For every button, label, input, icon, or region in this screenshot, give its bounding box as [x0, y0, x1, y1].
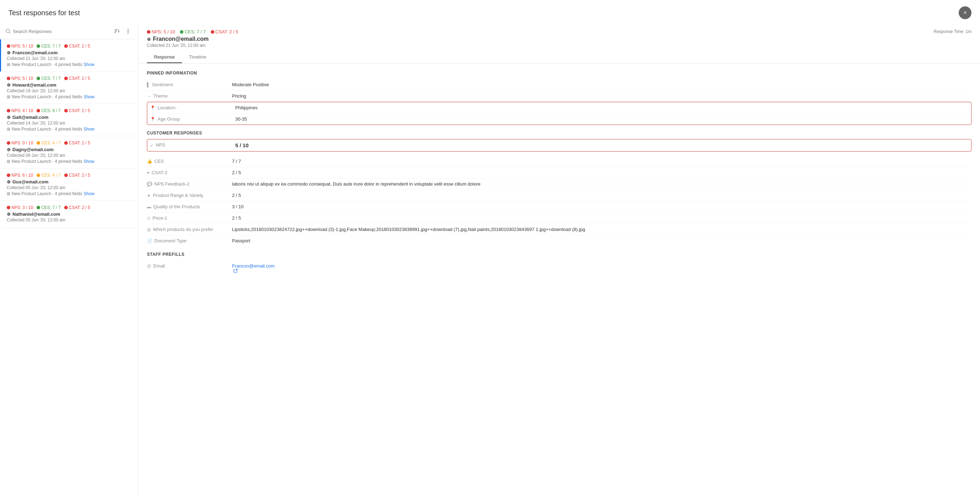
show-link[interactable]: Show [84, 159, 94, 164]
more-options-icon[interactable] [124, 28, 132, 35]
pin-icon: 📍 [150, 117, 156, 122]
table-icon: ⊞ [7, 62, 10, 67]
list-icon: ▤ [147, 227, 151, 232]
bar-icon: ▌ [147, 82, 150, 87]
globe-icon: ⊕ [7, 50, 11, 56]
nps-dot [7, 45, 10, 48]
scores-row: NPS: 4 / 10 CES: 6 / 7 CSAT: 2 / 5 [7, 108, 132, 113]
customer-field-price: ⊙ Price-1 2 / 5 [147, 213, 972, 224]
ces-dot [37, 76, 40, 80]
detail-csat-score: CSAT: 2 / 5 [211, 29, 239, 34]
staff-field-email: @ Email Francon@email.com [147, 261, 972, 277]
list-item[interactable]: NPS: 4 / 10 CES: 6 / 7 CSAT: 2 / 5 ⊕ [0, 104, 138, 136]
search-input[interactable] [13, 29, 110, 34]
respondent-email: ⊕ Galt@email.com [7, 114, 132, 120]
respondent-email: ⊕ Nathaniel@email.com [7, 211, 132, 217]
field-value: 7 / 7 [232, 159, 972, 164]
list-item[interactable]: NPS: 0 / 10 CES: 4 / 7 CSAT: 2 / 5 ⊕ [0, 136, 138, 169]
pinned-field-location: 📍 Location- Philippines [150, 102, 968, 113]
table-icon: ⊞ [7, 191, 10, 196]
respondent-email: ⊕ Dagny@email.com [7, 147, 132, 152]
show-link[interactable]: Show [84, 94, 94, 99]
detail-content: PINNED INFORMATION ▌ Sentiment Moderate … [138, 64, 980, 496]
svg-point-7 [128, 31, 129, 32]
field-label: 👍 CES [147, 159, 232, 164]
pinned-info: ⊞ New Product Launch · 4 pinned fields S… [7, 159, 132, 164]
pinned-field-sentiment: ▌ Sentiment Moderate Positive [147, 79, 972, 91]
show-link[interactable]: Show [84, 62, 94, 67]
list-item[interactable]: NPS: 5 / 10 CES: 7 / 7 CSAT: 2 / 5 ⊕ [0, 40, 138, 72]
staff-prefills-section: STAFF PREFILLS @ Email Francon@email.com [147, 252, 972, 277]
field-value: Philippines [235, 105, 968, 110]
detail-collected: Collected 21 Jun '20, 12:00 am [147, 43, 239, 48]
thumbs-icon: 👍 [147, 159, 152, 164]
field-value: 2 / 5 [232, 215, 972, 221]
pinned-field-age-group: 📍 Age Group 30-35 [150, 113, 968, 124]
field-value: Passport [232, 238, 972, 243]
field-label: @ Email [147, 263, 232, 269]
response-list: NPS: 5 / 10 CES: 7 / 7 CSAT: 2 / 5 ⊕ [0, 40, 138, 496]
csat-dot [64, 109, 68, 113]
detail-scores-row: NPS: 5 / 10 CES: 7 / 7 CSAT: 2 / 5 [147, 29, 239, 34]
field-label: ▌ Sentiment [147, 82, 232, 87]
field-label: 📄 Document Type [147, 238, 232, 243]
field-label: ↔ Theme [147, 93, 232, 99]
table-icon: ⊞ [7, 159, 10, 164]
show-link[interactable]: Show [84, 191, 94, 196]
field-value: 2 / 5 [232, 170, 972, 175]
csat-dot [64, 206, 68, 209]
scores-row: NPS: 6 / 10 CES: 4 / 7 CSAT: 2 / 5 [7, 173, 132, 178]
scores-row: NPS: 5 / 10 CES: 7 / 7 CSAT: 2 / 5 [7, 44, 132, 49]
globe-icon: ⊕ [147, 37, 151, 42]
bar-chart-icon: ▬ [147, 204, 151, 209]
nps-icon: ↙ [150, 143, 154, 148]
customer-field-nps: ↙ NPS 5 / 10 [150, 140, 968, 151]
list-item[interactable]: NPS: 3 / 10 CES: 7 / 7 CSAT: 2 / 5 ⊕ [0, 201, 138, 228]
respondent-email: ⊕ Howard@email.com [7, 82, 132, 87]
field-label: ▬ Quality of the Products [147, 204, 232, 209]
header: Test responses for test × [0, 0, 980, 24]
detail-header: NPS: 5 / 10 CES: 7 / 7 CSAT: 2 / 5 [138, 24, 980, 64]
nps-dot [7, 141, 10, 145]
ces-score: CES: 7 / 7 [37, 44, 60, 49]
ces-score: CES: 6 / 7 [37, 108, 60, 113]
nps-dot [7, 76, 10, 80]
field-label: 📍 Location- [150, 105, 235, 110]
nps-dot [7, 173, 10, 177]
search-bar-row [0, 24, 138, 40]
app-container: Test responses for test × [0, 0, 980, 496]
globe-icon: ⊕ [7, 114, 11, 120]
field-value: laboris nisi ut aliquip ex ea commodo co… [232, 181, 972, 187]
ces-score: CES: 7 / 7 [37, 76, 60, 81]
tab-response[interactable]: Response [147, 51, 182, 63]
close-button[interactable]: × [959, 6, 972, 19]
detail-email: ⊕ Francon@email.com [147, 36, 239, 42]
email-link[interactable]: Francon@email.com [232, 263, 972, 269]
field-label: ♥ CSAT-2 [147, 170, 232, 175]
field-value: Moderate Positive [232, 82, 972, 87]
nps-score: NPS: 4 / 10 [7, 108, 33, 113]
sort-icon[interactable] [113, 28, 121, 34]
globe-icon: ⊕ [7, 179, 11, 184]
comment-icon: 💬 [147, 182, 152, 187]
scores-row: NPS: 5 / 10 CES: 7 / 7 CSAT: 2 / 5 [7, 76, 132, 81]
show-link[interactable]: Show [84, 127, 94, 132]
pinned-info: ⊞ New Product Launch · 4 pinned fields S… [7, 127, 132, 132]
globe-icon: ⊕ [7, 82, 11, 87]
detail-header-top: NPS: 5 / 10 CES: 7 / 7 CSAT: 2 / 5 [147, 29, 972, 51]
collected-date: Collected 05 Jun '20, 12:00 am [7, 185, 132, 190]
customer-field-products-prefer: ▤ Which products do you prefer Lipsticks… [147, 224, 972, 235]
field-value: Pricing [232, 93, 972, 99]
list-item[interactable]: NPS: 6 / 10 CES: 4 / 7 CSAT: 2 / 5 ⊕ [0, 169, 138, 201]
tab-timeline[interactable]: Timeline [182, 51, 213, 63]
respondent-email: ⊕ Francon@email.com [7, 50, 132, 56]
detail-header-left: NPS: 5 / 10 CES: 7 / 7 CSAT: 2 / 5 [147, 29, 239, 51]
scores-row: NPS: 0 / 10 CES: 4 / 7 CSAT: 2 / 5 [7, 140, 132, 145]
collected-date: Collected 19 Jun '20, 12:00 am [7, 88, 132, 93]
field-label: ▤ Which products do you prefer [147, 227, 232, 232]
list-item[interactable]: NPS: 5 / 10 CES: 7 / 7 CSAT: 2 / 5 ⊕ [0, 72, 138, 104]
ces-score: CES: 4 / 7 [37, 140, 60, 145]
main-layout: NPS: 5 / 10 CES: 7 / 7 CSAT: 2 / 5 ⊕ [0, 24, 980, 496]
search-icon [6, 29, 11, 34]
ces-dot [37, 109, 40, 113]
